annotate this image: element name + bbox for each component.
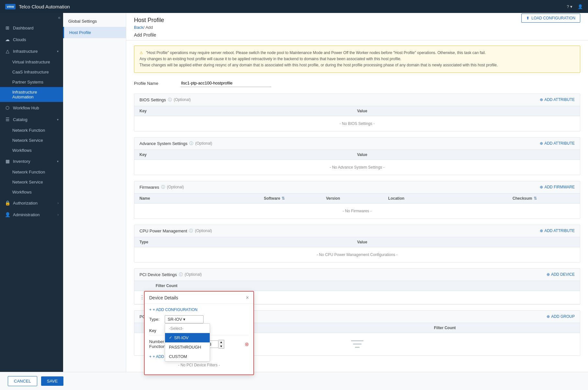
bios-settings-title: BIOS Settings ⓘ (Optional): [139, 97, 191, 103]
settings-nav-global[interactable]: Global Settings: [63, 16, 126, 27]
firmware-col-name: Name: [139, 196, 264, 201]
sidebar-item-dashboard[interactable]: ⊞ Dashboard: [0, 22, 63, 34]
chevron-right-icon: ›: [58, 201, 59, 205]
advance-system-header: Advance System Settings ⓘ (Optional) ⊕ A…: [134, 138, 580, 150]
sidebar-item-inv-workflows[interactable]: Workflows: [0, 187, 63, 197]
sort-icon[interactable]: ⇅: [282, 196, 285, 201]
admin-icon: 👤: [5, 212, 10, 217]
check-icon: ✓: [169, 335, 172, 340]
sidebar-item-catalog-workflows[interactable]: Workflows: [0, 145, 63, 155]
spinner-up-button[interactable]: ▲: [218, 340, 224, 344]
sidebar-item-label: Inventory: [13, 159, 54, 164]
content-body: ⚠ "Host Profile" operations may require …: [126, 40, 588, 387]
advance-empty-row: - No Advance System Settings -: [134, 160, 580, 175]
type-label: Type:: [149, 317, 162, 322]
profile-name-label: Profile Name: [134, 81, 179, 86]
sidebar-item-label: Administration: [13, 212, 55, 217]
pci-device-table-header: Filter Count: [134, 281, 580, 291]
cancel-button[interactable]: CANCEL: [8, 376, 37, 386]
cpu-optional-label: (Optional): [195, 228, 212, 233]
sidebar-item-catalog-ns[interactable]: Network Service: [0, 135, 63, 145]
modal-close-button[interactable]: ×: [246, 295, 249, 301]
sort-icon[interactable]: ⇅: [534, 196, 537, 201]
add-device-button[interactable]: ⊕ ADD DEVICE: [547, 272, 575, 277]
sidebar-item-catalog[interactable]: ☰ Catalog ▾: [0, 114, 63, 125]
dashboard-icon: ⊞: [5, 25, 10, 30]
upload-icon: ⬆: [526, 16, 529, 20]
topnav-right: ? ▾ 👤: [567, 4, 583, 9]
plus-icon: ⊕: [540, 228, 543, 233]
type-row: Type: SR-IOV ▾ -Select-: [149, 315, 249, 323]
bios-settings-panel: BIOS Settings ⓘ (Optional) ⊕ ADD ATTRIBU…: [134, 94, 580, 131]
chevron-down-icon: ▾: [57, 50, 59, 53]
number-spinners: ▲ ▼: [218, 340, 224, 349]
spinner-down-button[interactable]: ▼: [218, 344, 224, 349]
bios-table-header: Key Value: [134, 106, 580, 116]
pci-groups-col-filter-count: Filter Count: [434, 326, 575, 330]
sidebar-item-partner-systems[interactable]: Partner Systems: [0, 77, 63, 87]
add-configuration-link[interactable]: + + ADD CONFIGURATION: [149, 307, 249, 312]
firmware-col-checksum: Checksum ⇅: [513, 196, 575, 201]
load-configuration-button[interactable]: ⬆ LOAD CONFIGURATION: [521, 14, 580, 23]
footer: CANCEL SAVE: [0, 372, 588, 390]
advance-add-attribute-button[interactable]: ⊕ ADD ATTRIBUTE: [540, 141, 575, 146]
dropdown-item-custom[interactable]: CUSTOM: [165, 352, 210, 361]
cpu-add-attribute-button[interactable]: ⊕ ADD ATTRIBUTE: [540, 228, 575, 233]
sidebar-item-clouds[interactable]: ☁ Clouds: [0, 34, 63, 45]
sidebar-item-inv-nf[interactable]: Network Function: [0, 167, 63, 177]
cpu-power-panel: CPU Power Management ⓘ (Optional) ⊕ ADD …: [134, 225, 580, 262]
firmwares-table-header: Name Software ⇅ Version Location Checksu…: [134, 194, 580, 204]
sidebar-collapse-btn[interactable]: «: [0, 13, 63, 22]
sidebar-item-virtual-infra[interactable]: Virtual Infrastructure: [0, 57, 63, 67]
firmwares-optional-label: (Optional): [167, 185, 184, 189]
sidebar-item-administration[interactable]: 👤 Administration ›: [0, 209, 63, 220]
pci-info-icon[interactable]: ⓘ: [179, 272, 183, 277]
sidebar-item-authorization[interactable]: 🔒 Authorization ›: [0, 197, 63, 209]
modal-body: + + ADD CONFIGURATION Type: SR-IOV ▾: [145, 304, 253, 374]
add-group-button[interactable]: ⊕ ADD GROUP: [547, 314, 575, 319]
firmwares-header: Firmwares ⓘ (Optional) ⊕ ADD FIRMWARE: [134, 181, 580, 194]
advance-optional-label: (Optional): [195, 141, 212, 146]
sidebar-item-label: Dashboard: [13, 26, 59, 30]
sidebar-item-caas-infra[interactable]: CaaS Infrastructure: [0, 67, 63, 77]
sidebar-item-infrastructure[interactable]: △ Infrastructure ▾: [0, 45, 63, 57]
cpu-power-header: CPU Power Management ⓘ (Optional) ⊕ ADD …: [134, 225, 580, 237]
sidebar: « ⊞ Dashboard ☁ Clouds △ Infrastructure …: [0, 13, 63, 390]
type-select[interactable]: SR-IOV ▾: [165, 315, 204, 323]
page-title: Host Profile: [134, 17, 164, 24]
topnav-left: vmw Telco Cloud Automation: [5, 4, 70, 9]
dropdown-item-sr-iov[interactable]: ✓ SR-IOV: [165, 333, 210, 342]
bios-col-value: Value: [357, 109, 575, 113]
add-profile-label: Add Profile: [134, 32, 580, 38]
sidebar-item-inv-ns[interactable]: Network Service: [0, 177, 63, 187]
settings-nav-host-profile[interactable]: Host Profile: [63, 27, 126, 38]
plus-icon: ⊕: [540, 185, 543, 189]
profile-name-input[interactable]: [181, 79, 271, 87]
firmwares-panel: Firmwares ⓘ (Optional) ⊕ ADD FIRMWARE Na…: [134, 181, 580, 219]
dropdown-item-passthrough[interactable]: PASSTHROUGH: [165, 342, 210, 352]
bios-info-icon[interactable]: ⓘ: [168, 97, 172, 103]
device-row-area: ⋮ « 0 Device Details ×: [134, 291, 580, 304]
sidebar-item-label: Infrastructure: [13, 49, 54, 54]
advance-col-key: Key: [139, 152, 357, 157]
cpu-table-header: Type Value: [134, 237, 580, 247]
save-button[interactable]: SAVE: [41, 376, 64, 386]
sidebar-item-infra-automation[interactable]: Infrastructure Automation: [0, 87, 63, 102]
sidebar-item-workflow-hub[interactable]: ⬡ Workflow Hub: [0, 102, 63, 114]
bios-empty-row: - No BIOS Settings -: [134, 116, 580, 131]
advance-table-header: Key Value: [134, 150, 580, 160]
advance-info-icon[interactable]: ⓘ: [189, 141, 193, 146]
help-icon[interactable]: ? ▾: [567, 4, 572, 9]
user-icon[interactable]: 👤: [578, 4, 583, 9]
delete-icon[interactable]: ⊗: [245, 341, 249, 347]
warning-text-1: "Host Profile" operations may require se…: [146, 50, 486, 55]
firmwares-info-icon[interactable]: ⓘ: [161, 184, 165, 190]
sidebar-item-inventory[interactable]: ▦ Inventory ▾: [0, 155, 63, 167]
plus-icon: ⊕: [547, 272, 550, 277]
add-firmware-button[interactable]: ⊕ ADD FIRMWARE: [540, 185, 575, 189]
breadcrumb-back-link[interactable]: Back: [134, 25, 143, 30]
bios-add-attribute-button[interactable]: ⊕ ADD ATTRIBUTE: [540, 97, 575, 102]
cpu-info-icon[interactable]: ⓘ: [189, 228, 193, 234]
sidebar-item-catalog-nf[interactable]: Network Function: [0, 125, 63, 135]
dropdown-item-select[interactable]: -Select-: [165, 324, 210, 333]
